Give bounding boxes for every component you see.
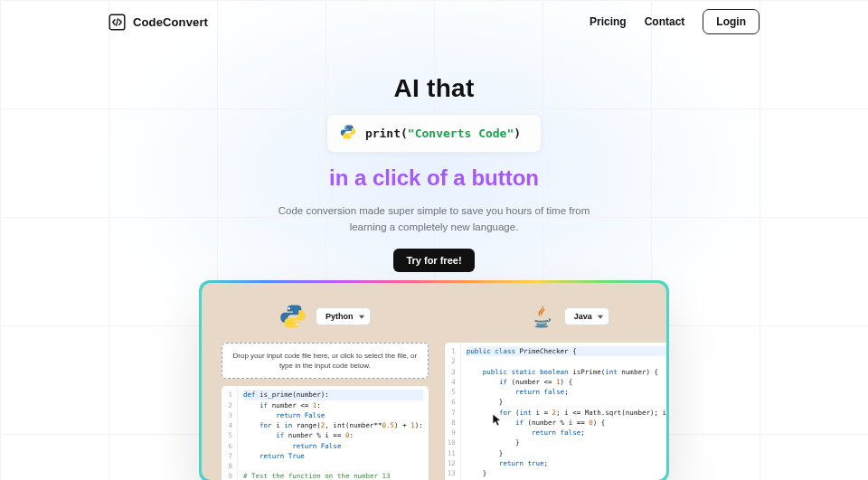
nav-right: Pricing Contact Login (590, 9, 760, 34)
source-column: Python Drop your input code file here, o… (222, 303, 429, 480)
target-language-select[interactable]: Java (564, 307, 609, 325)
svg-point-5 (534, 325, 548, 328)
code-chip-string: "Converts Code" (408, 127, 514, 140)
svg-point-3 (288, 307, 290, 310)
java-icon (528, 303, 555, 330)
cursor-icon (492, 413, 503, 428)
target-column: Java 123456789101112131415 public class … (445, 303, 666, 480)
source-code[interactable]: def is_prime(number): if number <= 1: re… (238, 386, 429, 480)
headline-line2: in a click of a button (0, 165, 868, 191)
logo-icon (108, 14, 126, 31)
svg-point-2 (350, 136, 352, 138)
hero: AI that print("Converts Code") in a clic… (0, 74, 868, 272)
svg-point-4 (296, 324, 298, 326)
code-chip-kw: print (365, 127, 401, 140)
headline-line1: AI that (0, 74, 868, 103)
target-editor[interactable]: 123456789101112131415 public class Prime… (445, 343, 666, 480)
nav-pricing[interactable]: Pricing (590, 15, 627, 28)
source-gutter: 1234567891011 (222, 386, 238, 480)
nav-contact[interactable]: Contact (645, 15, 685, 28)
python-icon (340, 124, 356, 143)
python-icon (279, 303, 307, 330)
drop-zone[interactable]: Drop your input code file here, or click… (222, 343, 429, 379)
hero-subtitle: Code conversion made super simple to sav… (262, 203, 606, 236)
brand-name: CodeConvert (133, 15, 208, 29)
svg-point-1 (345, 127, 347, 128)
source-language-select[interactable]: Python (316, 307, 371, 325)
login-button[interactable]: Login (703, 9, 760, 34)
top-nav: CodeConvert Pricing Contact Login (0, 9, 868, 34)
cta-button[interactable]: Try for free! (393, 249, 474, 272)
source-editor[interactable]: 1234567891011 def is_prime(number): if n… (222, 386, 429, 480)
brand[interactable]: CodeConvert (108, 14, 208, 31)
target-code: public class PrimeChecker { public stati… (461, 343, 666, 480)
target-gutter: 123456789101112131415 (445, 343, 461, 480)
code-chip: print("Converts Code") (326, 114, 542, 153)
demo-panel: Python Drop your input code file here, o… (199, 280, 669, 480)
